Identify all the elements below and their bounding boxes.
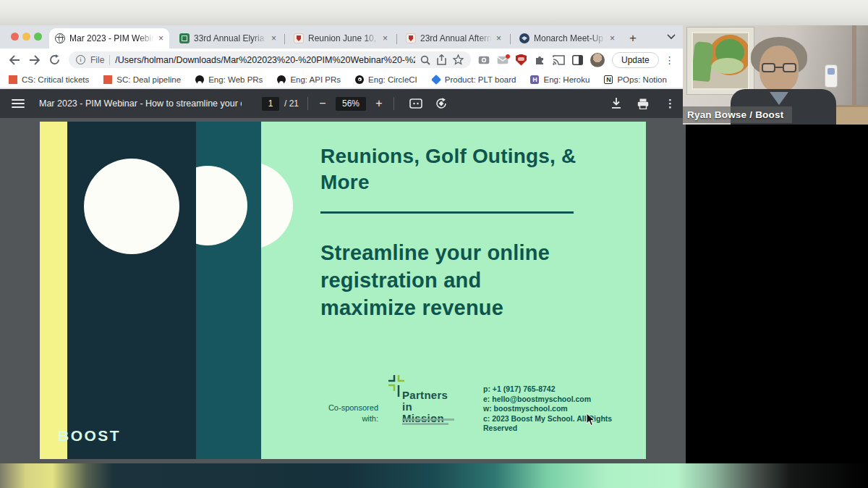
zoom-out-button[interactable]: −	[317, 97, 328, 110]
tab-label: Reunion June 10, 2023	[308, 33, 378, 43]
update-button[interactable]: Update	[612, 52, 659, 68]
page-info-icon[interactable]: i	[76, 55, 85, 64]
window-minimize-button[interactable]	[22, 33, 30, 41]
browser-menu-kebab-icon[interactable]: ⋮	[665, 54, 675, 66]
wall-thermostat	[825, 64, 838, 88]
boost-logo: BOOST	[58, 427, 121, 445]
tab-reunion[interactable]: Reunion June 10, 2023 ×	[288, 28, 393, 49]
url-scheme: File	[90, 55, 104, 65]
new-tab-button[interactable]: +	[625, 31, 641, 47]
contact-phone: p: +1 (917) 765-8742	[483, 384, 646, 395]
zoom-magnifier-icon[interactable]	[420, 55, 430, 65]
partner-name-line2: in Mission	[402, 401, 448, 424]
webcam-video-tile: Ryan Bowse / Boost	[683, 25, 868, 125]
window-close-button[interactable]	[11, 33, 19, 41]
toolbar-divider	[393, 97, 394, 110]
address-bar[interactable]: i File /Users/holman/Downloads/Mar%20202…	[69, 51, 471, 68]
partner-tagline-line	[402, 418, 454, 421]
extension-icons	[478, 53, 605, 67]
tab-pim-webinar[interactable]: Mar 2023 - PIM Webina ×	[49, 28, 169, 49]
pdf-more-kebab-icon[interactable]: ⋮	[665, 97, 676, 110]
tab-overflow-chevron-icon[interactable]	[667, 34, 676, 40]
cosponsor-label: Co-sponsored with:	[320, 403, 378, 424]
side-panel-icon[interactable]	[572, 55, 583, 65]
bookmark-sc-deal-pipeline[interactable]: SC: Deal pipeline	[103, 75, 181, 84]
screenshare-bottom-blur-strip	[0, 463, 868, 488]
browser-window: Mar 2023 - PIM Webina × 33rd Annual Elyr…	[0, 25, 686, 463]
zoom-level-input[interactable]: 56%	[336, 97, 366, 111]
ublock-shield-icon[interactable]	[516, 54, 527, 66]
contact-website: w: boostmyschool.com	[483, 404, 646, 414]
bookmark-eng-circleci[interactable]: Eng: CircleCI	[355, 75, 417, 84]
bookmark-eng-api-prs[interactable]: Eng: API PRs	[277, 75, 341, 84]
bookmark-label: CS: Critical tickets	[22, 75, 89, 84]
screen: Mar 2023 - PIM Webina × 33rd Annual Elyr…	[0, 0, 868, 488]
toolbar-divider	[307, 97, 308, 110]
page-total-label: / 21	[284, 98, 299, 109]
bookmark-label: POps: Notion	[617, 75, 666, 84]
mouse-cursor	[586, 413, 595, 426]
share-icon[interactable]	[437, 54, 446, 65]
forward-icon[interactable]	[29, 55, 41, 65]
extensions-puzzle-icon[interactable]	[534, 54, 545, 66]
pdf-content-area[interactable]: Reunions, Golf Outings, & More Streamlin…	[0, 118, 686, 463]
red-crest-favicon	[406, 33, 416, 43]
tab-close-icon[interactable]: ×	[383, 33, 388, 43]
bookmark-product-plt-board[interactable]: Product: PLT board	[432, 75, 516, 84]
green-crest-favicon	[179, 33, 190, 43]
tab-divider	[510, 34, 511, 44]
slide-page-1: Reunions, Golf Outings, & More Streamlin…	[40, 122, 646, 459]
bookmark-star-icon[interactable]	[453, 54, 464, 65]
diamond-icon	[431, 75, 441, 85]
zoom-in-button[interactable]: +	[373, 97, 385, 110]
tab-monarch[interactable]: Monarch Meet-Up 202 ×	[514, 28, 621, 49]
decorative-circle	[84, 159, 179, 254]
bookmark-eng-heroku[interactable]: H Eng: Heroku	[530, 75, 590, 84]
update-label: Update	[621, 55, 650, 65]
red-crest-favicon	[294, 33, 304, 43]
pdf-document-title: Mar 2023 - PIM Webinar - How to streamli…	[39, 98, 242, 109]
tab-label: 33rd Annual Elyria Catl	[194, 33, 267, 43]
mail-extension-icon[interactable]	[497, 56, 509, 64]
bookmark-label: Product: PLT board	[445, 75, 516, 84]
back-icon[interactable]	[9, 55, 20, 65]
pdf-menu-hamburger-icon[interactable]	[12, 99, 25, 108]
tab-close-icon[interactable]: ×	[158, 33, 163, 43]
page-number-input[interactable]: 1	[262, 97, 279, 111]
tab-label: Monarch Meet-Up 202	[534, 33, 605, 43]
bookmark-label: Eng: Heroku	[543, 75, 590, 84]
navigation-toolbar: i File /Users/holman/Downloads/Mar%20202…	[0, 49, 686, 71]
hubspot-sprocket-icon	[103, 75, 112, 84]
profile-avatar[interactable]	[590, 53, 605, 67]
circleci-icon	[355, 75, 364, 84]
reload-icon[interactable]	[49, 54, 60, 65]
bookmark-cs-critical-tickets[interactable]: CS: Critical tickets	[9, 75, 89, 84]
bookmark-label: Eng: Web PRs	[208, 75, 263, 84]
cast-icon[interactable]	[553, 55, 565, 65]
pdf-toolbar: Mar 2023 - PIM Webinar - How to streamli…	[0, 89, 686, 118]
heroku-icon: H	[530, 75, 539, 84]
tab-close-icon[interactable]: ×	[496, 33, 501, 43]
download-icon[interactable]	[611, 98, 621, 109]
background-shelf	[836, 105, 868, 125]
bookmark-pops-notion[interactable]: N POps: Notion	[604, 75, 666, 84]
url-path: /Users/holman/Downloads/Mar%202023%20-%2…	[115, 55, 415, 65]
print-icon[interactable]	[637, 98, 649, 109]
window-maximize-button[interactable]	[34, 33, 42, 41]
fit-to-page-icon[interactable]	[409, 98, 422, 109]
tab-elyria[interactable]: 33rd Annual Elyria Catl ×	[174, 28, 282, 49]
tab-close-icon[interactable]: ×	[271, 33, 276, 43]
participant-name-label: Ryan Bowse / Boost	[683, 106, 792, 123]
camera-extension-icon[interactable]	[478, 55, 490, 64]
bookmark-eng-web-prs[interactable]: Eng: Web PRs	[195, 75, 263, 84]
tab-afternoon[interactable]: 23rd Annual Afternoon ×	[400, 28, 507, 49]
slide-yellow-stripe	[40, 122, 67, 459]
partner-tagline-line	[402, 423, 448, 425]
slide-divider-rule	[320, 211, 574, 214]
contact-block: p: +1 (917) 765-8742 e: hello@boostmysch…	[483, 384, 646, 434]
bookmark-label: SC: Deal pipeline	[116, 75, 181, 84]
tab-close-icon[interactable]: ×	[610, 33, 615, 43]
bookmarks-bar: CS: Critical tickets SC: Deal pipeline E…	[0, 71, 686, 88]
rotate-icon[interactable]	[435, 98, 447, 109]
tab-strip: Mar 2023 - PIM Webina × 33rd Annual Elyr…	[0, 25, 686, 49]
